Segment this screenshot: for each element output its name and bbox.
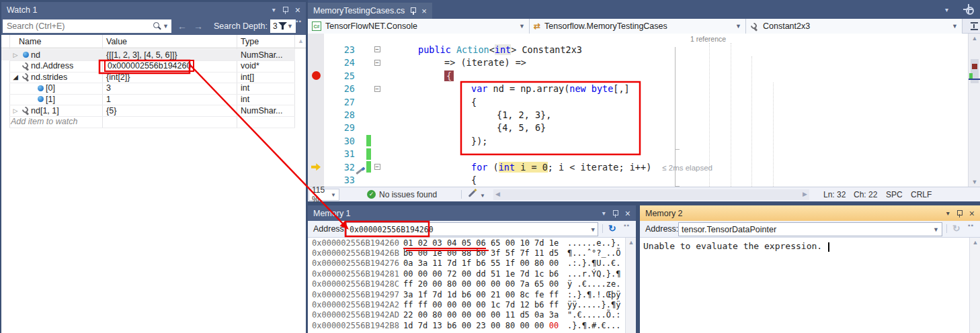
tab-pin-icon[interactable] [410,7,416,15]
pin-icon[interactable] [612,209,618,218]
back-arrow-icon[interactable]: ← [177,21,187,32]
fold-margin[interactable] [371,95,383,108]
fold-margin[interactable]: − [371,56,383,68]
close-icon[interactable]: × [969,209,975,218]
fold-margin[interactable] [371,69,383,82]
column-value[interactable]: Value [102,37,237,46]
column-indicator[interactable]: Ch: 22 [854,190,877,199]
pin-icon[interactable] [956,209,963,218]
fold-margin[interactable]: − [371,160,383,173]
code-cleanup-chevron-icon[interactable]: ▼ [480,193,485,199]
scroll-left-icon[interactable]: ◀ [495,191,500,197]
memory2-scrollbar[interactable]: ▲ [969,238,980,333]
line-indicator-margin[interactable] [308,134,324,147]
issues-status[interactable]: No issues found [379,190,437,199]
watch-row[interactable]: [0]3int [1,83,295,94]
fold-margin[interactable]: − [371,82,383,95]
line-indicator-margin[interactable] [308,148,324,160]
memory1-scrollbar[interactable]: ▲ [625,238,636,333]
forward-arrow-icon[interactable]: → [194,21,203,32]
scroll-down-icon[interactable]: ▼ [969,179,980,185]
scroll-right-icon[interactable]: ▶ [803,191,807,197]
line-indicator-margin[interactable] [308,122,324,134]
property-filter-icon[interactable] [278,21,287,30]
code-area[interactable]: 1 reference 23−public Action<int> Consta… [308,34,968,187]
search-input[interactable]: Search (Ctrl+E) ▼ [3,19,171,33]
code-line[interactable]: 33{ [308,174,968,187]
zoom-combo[interactable]: 115 %▼ [309,189,339,201]
gear-icon[interactable] [964,5,973,13]
fold-margin[interactable] [371,174,383,187]
line-indicator-margin[interactable] [308,95,324,108]
fold-collapse-icon[interactable]: − [374,60,380,66]
memory2-content[interactable]: Unable to evaluate the expression. [640,238,969,333]
line-indicator-margin[interactable] [308,160,324,173]
breakpoint-icon[interactable] [312,71,321,80]
fold-margin[interactable] [371,108,383,121]
window-position-chevron-icon[interactable]: ▾ [272,7,276,13]
expander-expanded-icon[interactable]: ◢ [11,73,20,81]
watch-row[interactable]: Add item to watch [1,116,295,128]
close-icon[interactable]: × [295,5,300,15]
horizontal-scrollbar[interactable]: ◀ ▶ [493,189,809,200]
watch-row[interactable]: [1]1int [1,93,295,105]
tab-close-icon[interactable]: × [421,6,427,16]
member-combo[interactable]: Constant2x3▼ [746,19,963,34]
column-name[interactable]: Name [1,37,102,46]
code-line[interactable]: 32−for (int i = 0; i < iterate; i++)≤ 2m… [308,160,968,173]
code-line[interactable]: 26−var nd = np.array(new byte[,] [308,82,968,95]
fold-margin[interactable] [371,122,383,134]
code-line[interactable]: 24−=> (iterate) => [308,56,968,68]
code-line[interactable]: 23−public Action<int> Constant2x3 [308,43,968,56]
fold-margin[interactable]: − [371,43,383,56]
watch-row[interactable]: nd.Address0x000002556b194260void* [1,60,295,72]
fold-margin[interactable] [371,134,383,147]
line-indicator-margin[interactable] [308,69,324,82]
scroll-up-icon[interactable]: ▲ [970,239,980,246]
scroll-up-icon[interactable]: ▲ [298,38,304,44]
column-type[interactable]: Type [237,37,259,46]
line-indicator-margin[interactable] [308,108,324,121]
line-indicator-margin[interactable] [308,82,324,95]
search-dropdown-chevron-icon[interactable]: ▼ [163,23,169,30]
code-line[interactable]: 28{1, 2, 3}, [308,108,968,121]
code-line[interactable]: 25{ [308,69,968,82]
fold-margin[interactable] [371,148,383,160]
tabgroup-chevron-icon[interactable]: ▾ [945,7,948,13]
window-position-chevron-icon[interactable]: ▾ [946,210,950,217]
line-indicator-margin[interactable] [308,43,324,56]
project-combo[interactable]: C# TensorFlowNET.Console▼ [308,19,530,34]
editor-vertical-scrollbar[interactable]: ▲ ▼ [968,34,980,187]
address-input[interactable]: tensor.TensorDataPointer▼ [678,222,942,236]
close-icon[interactable]: × [625,209,630,218]
code-line[interactable]: 31 [308,148,968,160]
watch-row[interactable]: ▷nd[1, 1]{5}NumShar... [1,105,295,116]
watch-row[interactable]: ▷nd{[[1, 2, 3], [4, 5, 6]]}NumShar... [1,49,295,60]
eol-indicator[interactable]: CRLF [911,190,932,199]
expander-collapsed-icon[interactable]: ▷ [11,107,20,114]
document-tab[interactable]: MemoryTestingCases.cs × [308,3,432,19]
address-dropdown-chevron-icon[interactable]: ▼ [933,226,942,233]
scroll-up-icon[interactable]: ▲ [626,239,637,246]
address-input[interactable]: 0x000002556B194260▼ [346,222,598,236]
type-combo[interactable]: ⇄ Tensorflow.MemoryTestingCases▼ [530,19,746,34]
toolbar-overflow-icon[interactable]: ▪▪ [296,18,302,25]
window-position-chevron-icon[interactable]: ▾ [602,210,606,217]
fold-collapse-icon[interactable]: − [374,86,380,92]
code-cleanup-icon[interactable] [468,190,476,197]
address-dropdown-chevron-icon[interactable]: ▼ [591,226,598,233]
line-indicator[interactable]: Ln: 32 [823,190,846,199]
line-indicator-margin[interactable] [308,56,324,68]
code-line[interactable]: 27{ [308,95,968,108]
toolbar-overflow-icon[interactable]: ▪▪ [968,222,974,229]
refresh-icon[interactable]: ↻ [608,223,616,234]
encoding-indicator[interactable]: SPC [886,190,903,199]
codelens-row[interactable]: 1 reference [690,34,726,43]
scroll-up-icon[interactable]: ▲ [969,35,980,42]
toolbar-overflow-icon[interactable]: ▪▪ [624,222,630,229]
fold-collapse-icon[interactable]: − [374,164,380,170]
fold-collapse-icon[interactable]: − [374,46,380,52]
memory1-hexdump[interactable]: 0x000002556B19426001 02 03 04 05 06 65 0… [308,238,625,333]
expander-collapsed-icon[interactable]: ▷ [11,52,20,58]
split-window-button[interactable] [968,19,980,34]
